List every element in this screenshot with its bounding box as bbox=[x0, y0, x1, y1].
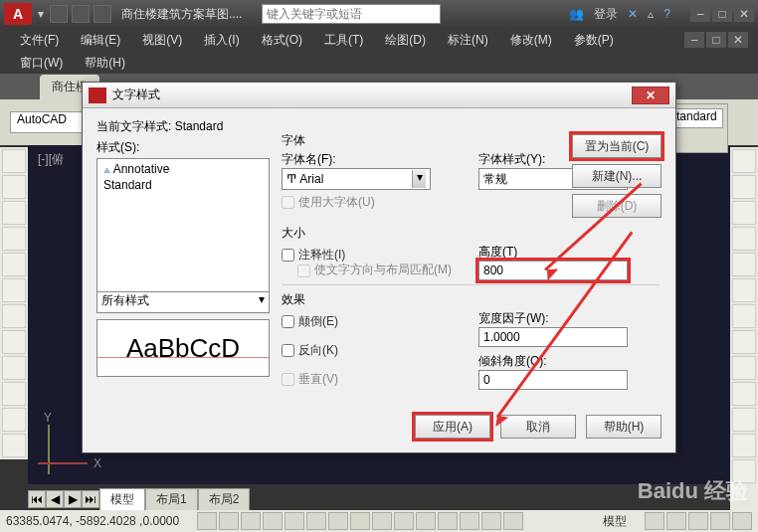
scale-tool[interactable] bbox=[732, 253, 756, 276]
polyline-tool[interactable] bbox=[2, 175, 26, 199]
sc-toggle[interactable] bbox=[394, 512, 414, 530]
circle-tool[interactable] bbox=[2, 201, 26, 225]
help-icon[interactable]: ? bbox=[663, 7, 670, 21]
menu-file[interactable]: 文件(F) bbox=[10, 30, 69, 51]
layout-prev-button[interactable]: ◀ bbox=[46, 490, 64, 508]
sr2-icon[interactable] bbox=[666, 512, 686, 530]
layout-last-button[interactable]: ⏭ bbox=[82, 490, 99, 508]
autocad-combo[interactable]: AutoCAD bbox=[10, 111, 90, 133]
rotate-tool[interactable] bbox=[732, 201, 756, 225]
maximize-button[interactable]: □ bbox=[712, 6, 732, 22]
cloud-icon[interactable]: ▵ bbox=[648, 7, 654, 21]
misc5-toggle[interactable] bbox=[503, 512, 523, 530]
misc-toggle[interactable] bbox=[416, 512, 436, 530]
move-tool[interactable] bbox=[732, 149, 756, 173]
annotative-checkbox[interactable]: 注释性(I) bbox=[282, 247, 463, 264]
misc3-toggle[interactable] bbox=[460, 512, 479, 530]
new-button[interactable]: 新建(N)... bbox=[572, 164, 662, 188]
text-tool[interactable] bbox=[2, 408, 26, 432]
dropdown-icon[interactable]: ▾ bbox=[38, 7, 44, 21]
layout2-tab[interactable]: 布局2 bbox=[198, 488, 251, 511]
login-link[interactable]: 登录 bbox=[594, 6, 618, 23]
doc-minimize-button[interactable]: – bbox=[684, 32, 704, 48]
viewport-label[interactable]: [-][俯 bbox=[38, 151, 64, 168]
misc4-toggle[interactable] bbox=[481, 512, 501, 530]
model-indicator[interactable]: 模型 bbox=[603, 513, 627, 530]
model-tab[interactable]: 模型 bbox=[99, 488, 145, 511]
app-logo[interactable]: A bbox=[4, 3, 32, 25]
offset-tool[interactable] bbox=[732, 330, 756, 354]
point-tool[interactable] bbox=[2, 382, 26, 406]
snap-toggle[interactable] bbox=[197, 512, 217, 530]
exchange-icon[interactable]: ✕ bbox=[628, 7, 638, 21]
close-button[interactable]: ✕ bbox=[734, 6, 754, 22]
user-icon[interactable]: 👥 bbox=[569, 7, 584, 21]
block-tool[interactable] bbox=[2, 434, 26, 457]
ellipse-tool[interactable] bbox=[2, 304, 26, 328]
style-filter-combo[interactable]: 所有样式 ▾ bbox=[96, 291, 270, 313]
layout1-tab[interactable]: 布局1 bbox=[145, 488, 198, 511]
cancel-button[interactable]: 取消 bbox=[500, 415, 576, 439]
apply-button[interactable]: 应用(A) bbox=[415, 415, 490, 439]
menu-window[interactable]: 窗口(W) bbox=[10, 53, 73, 74]
erase-tool[interactable] bbox=[732, 434, 756, 457]
backwards-checkbox[interactable]: 反向(K) bbox=[282, 342, 463, 359]
menu-help[interactable]: 帮助(H) bbox=[75, 53, 135, 74]
osnap-toggle[interactable] bbox=[284, 512, 304, 530]
arc-tool[interactable] bbox=[2, 227, 26, 251]
polygon-tool[interactable] bbox=[2, 278, 26, 302]
menu-format[interactable]: 格式(O) bbox=[252, 30, 312, 51]
qat-open-icon[interactable] bbox=[72, 5, 90, 23]
lwt-toggle[interactable] bbox=[350, 512, 370, 530]
menu-draw[interactable]: 绘图(D) bbox=[375, 30, 436, 51]
misc2-toggle[interactable] bbox=[438, 512, 458, 530]
menu-insert[interactable]: 插入(I) bbox=[194, 30, 249, 51]
dialog-titlebar[interactable]: 文字样式 ✕ bbox=[83, 83, 675, 108]
upside-down-checkbox[interactable]: 颠倒(E) bbox=[282, 313, 463, 330]
line-tool[interactable] bbox=[2, 149, 26, 173]
menu-params[interactable]: 参数(P) bbox=[564, 30, 624, 51]
font-name-combo[interactable]: Ͳ Arial ▾ bbox=[282, 168, 431, 190]
qp-toggle[interactable] bbox=[372, 512, 392, 530]
sr3-icon[interactable] bbox=[688, 512, 708, 530]
minimize-button[interactable]: – bbox=[690, 6, 710, 22]
set-current-button[interactable]: 置为当前(C) bbox=[572, 134, 662, 158]
qat-save-icon[interactable] bbox=[94, 5, 111, 23]
rectangle-tool[interactable] bbox=[2, 253, 26, 276]
menu-edit[interactable]: 编辑(E) bbox=[71, 30, 130, 51]
array-tool[interactable] bbox=[732, 356, 756, 380]
polar-toggle[interactable] bbox=[263, 512, 283, 530]
help-button[interactable]: 帮助(H) bbox=[586, 415, 662, 439]
layout-next-button[interactable]: ▶ bbox=[64, 490, 82, 508]
style-item-annotative[interactable]: ⟁ Annotative bbox=[99, 161, 267, 177]
hatch-tool[interactable] bbox=[2, 330, 26, 354]
qat-new-icon[interactable] bbox=[50, 5, 68, 23]
oblique-input[interactable] bbox=[478, 370, 628, 390]
copy-tool[interactable] bbox=[732, 175, 756, 199]
chamfer-tool[interactable] bbox=[732, 408, 756, 432]
sr4-icon[interactable] bbox=[710, 512, 730, 530]
ortho-toggle[interactable] bbox=[241, 512, 261, 530]
grid-toggle[interactable] bbox=[219, 512, 239, 530]
doc-close-button[interactable]: ✕ bbox=[728, 32, 748, 48]
mirror-tool[interactable] bbox=[732, 227, 756, 251]
extend-tool[interactable] bbox=[732, 304, 756, 328]
spline-tool[interactable] bbox=[2, 356, 26, 380]
menu-dimension[interactable]: 标注(N) bbox=[438, 30, 498, 51]
layout-first-button[interactable]: ⏮ bbox=[28, 490, 46, 508]
menu-modify[interactable]: 修改(M) bbox=[500, 30, 562, 51]
styles-listbox[interactable]: ⟁ Annotative Standard bbox=[96, 158, 270, 305]
menu-view[interactable]: 视图(V) bbox=[132, 30, 192, 51]
doc-maximize-button[interactable]: □ bbox=[706, 32, 726, 48]
search-input[interactable] bbox=[262, 4, 441, 24]
otrack-toggle[interactable] bbox=[306, 512, 326, 530]
sr5-icon[interactable] bbox=[732, 512, 752, 530]
dyn-toggle[interactable] bbox=[328, 512, 348, 530]
menu-tools[interactable]: 工具(T) bbox=[314, 30, 373, 51]
dialog-close-button[interactable]: ✕ bbox=[632, 87, 669, 104]
annotative-input[interactable] bbox=[282, 249, 294, 262]
backwards-input[interactable] bbox=[282, 344, 294, 357]
upside-down-input[interactable] bbox=[282, 315, 294, 328]
sr1-icon[interactable] bbox=[645, 512, 664, 530]
trim-tool[interactable] bbox=[732, 278, 756, 302]
